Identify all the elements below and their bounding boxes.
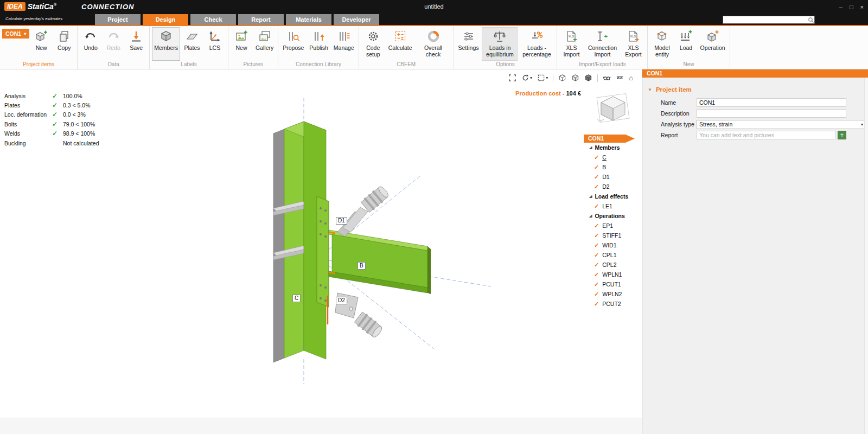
tab-project[interactable]: Project [95,14,141,25]
gallery-icon [258,29,272,43]
tree-item-cpl1[interactable]: ✓CPL1 [584,250,640,260]
tree-item-c[interactable]: ✓C [584,152,640,162]
loads-percentage-toggle[interactable]: Loads - percentage [519,27,554,61]
close-icon[interactable]: × [860,4,864,10]
minimize-icon[interactable]: – [839,4,843,10]
status-row-plates: Plates✓0.3 < 5.0% [4,100,99,110]
xls-export-button[interactable]: XLS XLS Export [621,27,645,61]
member-label-b[interactable]: B [358,262,366,270]
tree-section-members[interactable]: ◢Members [584,143,640,152]
propose-button[interactable]: Propose [280,27,306,61]
lcs-label-toggle[interactable]: LCS [204,27,226,61]
check-icon: ✓ [594,203,599,210]
navigation-cube[interactable] [594,92,632,126]
tree-item-b[interactable]: ✓B [584,162,640,172]
statica-logo: StatiCa [28,2,54,11]
name-field[interactable] [697,98,846,107]
viewport-3d[interactable]: D1 B C D2 Analysis✓100.0% Plates✓0.3 < 5… [0,69,642,434]
new-project-item-button[interactable]: New [30,27,52,61]
status-row-buckling: BucklingNot calculated [4,138,99,148]
save-button[interactable]: Save [125,27,147,61]
tree-item-wpln1[interactable]: ✓WPLN1 [584,270,640,279]
ribbon-tabs: Project Design Check Report Materials De… [95,14,379,25]
tree-item-wpln2[interactable]: ✓WPLN2 [584,289,640,299]
operation-button[interactable]: Operation [698,27,727,61]
overall-check-button[interactable]: Overall check [416,27,451,61]
check-icon: ✓ [594,183,599,190]
member-label-c[interactable]: C [292,295,301,302]
load-button[interactable]: Load [675,27,697,61]
tree-item-stiff1[interactable]: ✓STIFF1 [584,231,640,240]
calculate-button[interactable]: Calculate [386,27,414,61]
selection-mode-icon[interactable]: ▾ [537,74,548,82]
app-window: IDEA StatiCa® CONNECTION untitled – □ × … [0,0,868,434]
new-picture-button[interactable]: New [231,27,252,61]
tree-section-operations[interactable]: ◢Operations [584,211,640,221]
tree-item-wid1[interactable]: ✓WID1 [584,240,640,250]
active-item-label: CON1 [5,30,21,37]
maximize-icon[interactable]: □ [850,4,853,10]
copy-project-item-button[interactable]: Copy [53,27,75,61]
tree-expander-icon: ◢ [589,214,592,218]
tree-item-pcut1[interactable]: ✓PCUT1 [584,279,640,289]
member-label-d1[interactable]: D1 [336,217,347,225]
loads-in-equilibrium-toggle[interactable]: Loads in equilibrium [482,27,518,61]
tab-materials[interactable]: Materials [286,14,331,25]
tree-item-d2[interactable]: ✓D2 [584,182,640,192]
search-input[interactable] [723,17,808,23]
view-solid-icon[interactable] [584,74,592,82]
tree-item-le1[interactable]: ✓LE1 [584,201,640,211]
fit-view-icon[interactable] [508,74,516,82]
member-label-d2[interactable]: D2 [336,297,347,304]
document-title: untitled [424,3,443,10]
manage-button[interactable]: Manage [331,27,356,61]
view-wireframe-icon[interactable] [558,74,566,82]
redo-button[interactable]: Redo [103,27,124,61]
members-label-toggle[interactable]: Members [152,27,180,61]
connection-import-button[interactable]: Connection Import [584,27,620,61]
idea-logo: IDEA [4,2,25,11]
home-view-icon[interactable]: ⌂ [629,74,633,82]
group-label-project-items: Project items [2,61,75,69]
tagline: Calculate yesterday's estimates [5,16,62,21]
ribbon-group-project-items: CON1 ▾ New Copy Project items [0,26,78,69]
tab-report[interactable]: Report [238,14,284,25]
add-report-button[interactable]: + [838,131,846,139]
group-label-connection-library: Connection Library [280,61,356,69]
tree-header-con1[interactable]: CON1 [584,135,635,143]
gallery-button[interactable]: Gallery [253,27,276,61]
panel-scrollbar[interactable] [864,78,868,434]
model-entity-button[interactable]: Model entity [650,27,674,61]
xls-import-button[interactable]: XLS XLS Import [559,27,583,61]
undo-button[interactable]: Undo [80,27,101,61]
tree-section-load-effects[interactable]: ◢Load effects [584,192,640,201]
tab-design[interactable]: Design [143,14,188,25]
search-box[interactable] [723,16,815,24]
check-icon: ✓ [594,301,599,308]
tree-item-d1[interactable]: ✓D1 [584,172,640,182]
check-ok-icon: ✓ [52,120,62,128]
plates-label-toggle[interactable]: Plates [181,27,203,61]
project-tree: CON1 ◢Members ✓C ✓B ✓D1 ✓D2 ◢Load effect… [584,135,640,309]
tree-item-ep1[interactable]: ✓EP1 [584,221,640,231]
report-field[interactable] [697,131,835,139]
active-item-dropdown[interactable]: CON1 ▾ [2,29,29,39]
tab-check[interactable]: Check [190,14,236,25]
project-item-section[interactable]: ▼ Project item [648,86,868,93]
tree-item-pcut2[interactable]: ✓PCUT2 [584,299,640,309]
undo-icon [84,29,98,43]
tree-item-cpl2[interactable]: ✓CPL2 [584,260,640,270]
transparency-icon[interactable] [603,74,611,82]
connection-import-icon [595,29,609,43]
orbit-icon[interactable]: ▾ [521,74,532,82]
settings-button[interactable]: Settings [456,27,481,61]
view-shaded-icon[interactable] [571,74,579,82]
code-setup-button[interactable]: Code setup [361,27,385,61]
publish-button[interactable]: Publish [307,27,330,61]
supports-icon[interactable] [616,74,624,82]
analysis-type-dropdown[interactable]: Stress, strain ▾ [697,120,866,129]
model-entity-icon [655,29,669,43]
registered-mark: ® [54,3,56,7]
description-field[interactable] [697,109,846,118]
tab-developer[interactable]: Developer [334,14,379,25]
